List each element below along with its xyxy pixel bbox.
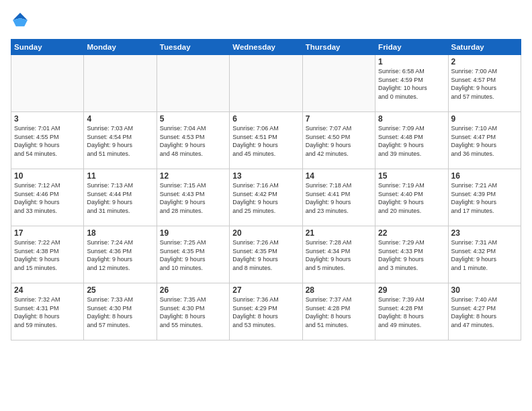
day-info: Sunrise: 7:13 AMSunset: 4:44 PMDaylight:… [87,181,153,215]
day-number: 25 [87,285,153,295]
calendar-header-sunday: Sunday [11,40,84,55]
calendar-table: SundayMondayTuesdayWednesdayThursdayFrid… [11,39,521,340]
calendar-cell: 29Sunrise: 7:39 AMSunset: 4:28 PMDayligh… [375,283,448,340]
calendar-header-tuesday: Tuesday [157,40,229,55]
day-number: 8 [378,114,445,124]
calendar-cell [11,55,84,112]
day-number: 26 [160,285,226,295]
day-number: 21 [306,228,372,238]
calendar-cell: 12Sunrise: 7:15 AMSunset: 4:43 PMDayligh… [157,169,229,226]
calendar-week-4: 17Sunrise: 7:22 AMSunset: 4:38 PMDayligh… [11,226,521,283]
calendar-cell: 4Sunrise: 7:03 AMSunset: 4:54 PMDaylight… [84,112,157,169]
page: SundayMondayTuesdayWednesdayThursdayFrid… [0,0,532,347]
day-info: Sunrise: 7:15 AMSunset: 4:43 PMDaylight:… [160,181,226,215]
calendar-cell: 23Sunrise: 7:31 AMSunset: 4:32 PMDayligh… [448,226,521,283]
calendar-cell: 9Sunrise: 7:10 AMSunset: 4:47 PMDaylight… [448,112,521,169]
calendar-cell: 2Sunrise: 7:00 AMSunset: 4:57 PMDaylight… [448,55,521,112]
day-number: 2 [451,57,518,66]
day-info: Sunrise: 7:32 AMSunset: 4:31 PMDaylight:… [14,295,81,329]
day-info: Sunrise: 7:10 AMSunset: 4:47 PMDaylight:… [451,124,518,158]
day-number: 15 [378,171,445,181]
day-number: 16 [451,171,518,181]
calendar-cell: 19Sunrise: 7:25 AMSunset: 4:35 PMDayligh… [157,226,229,283]
calendar-week-3: 10Sunrise: 7:12 AMSunset: 4:46 PMDayligh… [11,169,521,226]
calendar-cell: 25Sunrise: 7:33 AMSunset: 4:30 PMDayligh… [84,283,157,340]
calendar-cell: 14Sunrise: 7:18 AMSunset: 4:41 PMDayligh… [302,169,375,226]
calendar-cell [230,55,302,112]
day-info: Sunrise: 7:12 AMSunset: 4:46 PMDaylight:… [14,181,81,215]
calendar-cell: 1Sunrise: 6:58 AMSunset: 4:59 PMDaylight… [375,55,448,112]
day-info: Sunrise: 7:31 AMSunset: 4:32 PMDaylight:… [451,238,518,272]
day-number: 14 [306,171,372,181]
calendar-cell: 11Sunrise: 7:13 AMSunset: 4:44 PMDayligh… [84,169,157,226]
day-number: 13 [232,171,299,181]
day-info: Sunrise: 7:25 AMSunset: 4:35 PMDaylight:… [160,238,226,272]
day-info: Sunrise: 7:06 AMSunset: 4:51 PMDaylight:… [232,124,299,158]
day-info: Sunrise: 7:01 AMSunset: 4:55 PMDaylight:… [14,124,81,158]
calendar-header-row: SundayMondayTuesdayWednesdayThursdayFrid… [11,40,521,55]
day-info: Sunrise: 7:04 AMSunset: 4:53 PMDaylight:… [160,124,226,158]
day-number: 24 [14,285,81,295]
day-info: Sunrise: 7:09 AMSunset: 4:48 PMDaylight:… [378,124,445,158]
calendar-cell [84,55,157,112]
day-number: 20 [232,228,299,238]
calendar-header-monday: Monday [84,40,157,55]
day-number: 23 [451,228,518,238]
calendar-cell: 30Sunrise: 7:40 AMSunset: 4:27 PMDayligh… [448,283,521,340]
day-number: 17 [14,228,81,238]
day-number: 6 [232,114,299,124]
day-number: 3 [14,114,81,124]
calendar-cell: 28Sunrise: 7:37 AMSunset: 4:28 PMDayligh… [302,283,375,340]
day-info: Sunrise: 7:37 AMSunset: 4:28 PMDaylight:… [306,295,372,329]
day-info: Sunrise: 7:35 AMSunset: 4:30 PMDaylight:… [160,295,226,329]
logo-icon [11,11,30,30]
calendar-cell: 10Sunrise: 7:12 AMSunset: 4:46 PMDayligh… [11,169,84,226]
calendar-cell: 24Sunrise: 7:32 AMSunset: 4:31 PMDayligh… [11,283,84,340]
calendar-cell: 27Sunrise: 7:36 AMSunset: 4:29 PMDayligh… [230,283,302,340]
calendar-cell: 13Sunrise: 7:16 AMSunset: 4:42 PMDayligh… [230,169,302,226]
day-number: 22 [378,228,445,238]
day-number: 27 [232,285,299,295]
calendar-week-2: 3Sunrise: 7:01 AMSunset: 4:55 PMDaylight… [11,112,521,169]
calendar-cell: 8Sunrise: 7:09 AMSunset: 4:48 PMDaylight… [375,112,448,169]
calendar-cell: 17Sunrise: 7:22 AMSunset: 4:38 PMDayligh… [11,226,84,283]
calendar-cell: 15Sunrise: 7:19 AMSunset: 4:40 PMDayligh… [375,169,448,226]
day-number: 19 [160,228,226,238]
day-number: 5 [160,114,226,124]
day-info: Sunrise: 7:21 AMSunset: 4:39 PMDaylight:… [451,181,518,215]
calendar-cell: 16Sunrise: 7:21 AMSunset: 4:39 PMDayligh… [448,169,521,226]
day-info: Sunrise: 7:24 AMSunset: 4:36 PMDaylight:… [87,238,153,272]
day-number: 10 [14,171,81,181]
calendar-cell: 26Sunrise: 7:35 AMSunset: 4:30 PMDayligh… [157,283,229,340]
calendar-cell: 20Sunrise: 7:26 AMSunset: 4:35 PMDayligh… [230,226,302,283]
calendar-header-wednesday: Wednesday [230,40,302,55]
day-number: 29 [378,285,445,295]
calendar-cell: 5Sunrise: 7:04 AMSunset: 4:53 PMDaylight… [157,112,229,169]
calendar-cell: 3Sunrise: 7:01 AMSunset: 4:55 PMDaylight… [11,112,84,169]
day-info: Sunrise: 7:36 AMSunset: 4:29 PMDaylight:… [232,295,299,329]
calendar-week-1: 1Sunrise: 6:58 AMSunset: 4:59 PMDaylight… [11,55,521,112]
day-info: Sunrise: 7:22 AMSunset: 4:38 PMDaylight:… [14,238,81,272]
logo [11,11,32,30]
calendar-cell: 18Sunrise: 7:24 AMSunset: 4:36 PMDayligh… [84,226,157,283]
day-info: Sunrise: 7:39 AMSunset: 4:28 PMDaylight:… [378,295,445,329]
day-info: Sunrise: 7:03 AMSunset: 4:54 PMDaylight:… [87,124,153,158]
day-number: 4 [87,114,153,124]
day-number: 18 [87,228,153,238]
calendar-cell: 22Sunrise: 7:29 AMSunset: 4:33 PMDayligh… [375,226,448,283]
day-number: 28 [306,285,372,295]
day-number: 11 [87,171,153,181]
calendar-cell: 6Sunrise: 7:06 AMSunset: 4:51 PMDaylight… [230,112,302,169]
day-info: Sunrise: 7:16 AMSunset: 4:42 PMDaylight:… [232,181,299,215]
day-info: Sunrise: 7:28 AMSunset: 4:34 PMDaylight:… [306,238,372,272]
calendar-header-saturday: Saturday [448,40,521,55]
day-info: Sunrise: 7:29 AMSunset: 4:33 PMDaylight:… [378,238,445,272]
calendar-cell [302,55,375,112]
day-info: Sunrise: 7:40 AMSunset: 4:27 PMDaylight:… [451,295,518,329]
day-info: Sunrise: 7:00 AMSunset: 4:57 PMDaylight:… [451,67,518,101]
calendar-cell [157,55,229,112]
day-info: Sunrise: 7:07 AMSunset: 4:50 PMDaylight:… [306,124,372,158]
calendar-header-thursday: Thursday [302,40,375,55]
day-number: 7 [306,114,372,124]
day-number: 12 [160,171,226,181]
